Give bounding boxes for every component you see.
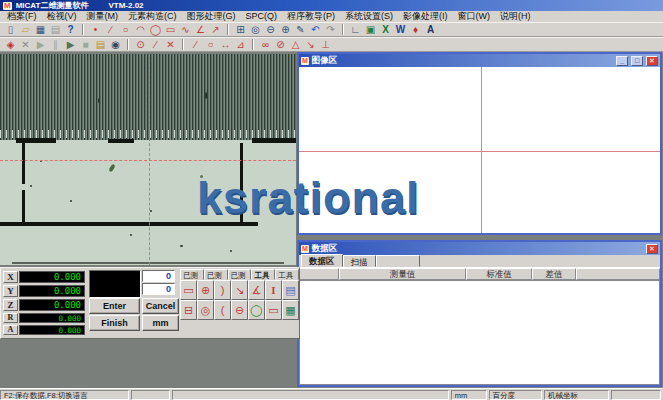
angle-icon[interactable]: ∠	[193, 23, 208, 36]
grid-arc-left-icon[interactable]: (	[214, 300, 231, 320]
axis-label[interactable]: A	[3, 325, 18, 335]
measure-distance-icon[interactable]: ↔	[218, 38, 233, 51]
data-tab-blank[interactable]	[376, 255, 420, 267]
menu-construct[interactable]: 元素构造(C)	[123, 11, 182, 22]
grid-angle-icon[interactable]: ∡	[248, 280, 265, 300]
zoom-dynamic-icon[interactable]: ◎	[248, 23, 263, 36]
data-tab-data[interactable]: 数据区	[301, 254, 343, 267]
grid-slot-icon[interactable]: ⊖	[231, 300, 248, 320]
menu-bar: 档案(F)检视(V)测量(M)元素构造(C)图形处理(G)SPC(Q)程序教导(…	[0, 11, 663, 22]
zoom-window-icon[interactable]: ⊞	[233, 23, 248, 36]
grid-arrow-icon[interactable]: ↘	[231, 280, 248, 300]
new-icon[interactable]: ▯	[3, 23, 18, 36]
grid-printer-icon[interactable]: ▤	[282, 280, 299, 300]
report-icon[interactable]: ♦	[408, 23, 423, 36]
text-label-icon[interactable]: A	[423, 23, 438, 36]
grid-arc-right-icon[interactable]: )	[214, 280, 231, 300]
help-icon[interactable]: ?	[63, 23, 78, 36]
tab-tools-1[interactable]: 工具1	[251, 269, 275, 280]
point-icon[interactable]: •	[88, 23, 103, 36]
profile-icon[interactable]: ∟	[348, 23, 363, 36]
grid-ring-icon[interactable]: ◯	[248, 300, 265, 320]
data-tab-scan[interactable]: 扫描	[343, 255, 376, 267]
measure-circle-icon[interactable]: ○	[203, 38, 218, 51]
finish-button[interactable]: Finish	[89, 315, 140, 331]
menu-graphics[interactable]: 图形处理(G)	[182, 11, 241, 22]
spline-icon[interactable]: ∿	[178, 23, 193, 36]
measure-line-icon[interactable]: ∕	[188, 38, 203, 51]
axis-label[interactable]: Y	[3, 285, 18, 297]
menu-window[interactable]: 窗口(W)	[453, 11, 496, 22]
menu-measure[interactable]: 测量(M)	[82, 11, 124, 22]
vector-icon[interactable]: ↘	[303, 38, 318, 51]
undo-icon[interactable]: ↶	[308, 23, 323, 36]
save-icon[interactable]: ▦	[33, 23, 48, 36]
menu-view[interactable]: 检视(V)	[42, 11, 82, 22]
play-icon[interactable]: ▶	[33, 38, 48, 51]
menu-imageproc[interactable]: 影像处理(I)	[398, 11, 453, 22]
pause-icon[interactable]: ∥	[48, 38, 63, 51]
grid-calculator-icon[interactable]: ▦	[282, 300, 299, 320]
menu-system[interactable]: 系统设置(S)	[340, 11, 398, 22]
unit-button[interactable]: mm	[142, 315, 179, 331]
folder-icon[interactable]: ▤	[93, 38, 108, 51]
toolbar-separator	[227, 24, 229, 35]
menu-help[interactable]: 说明(H)	[495, 11, 536, 22]
grid-rect-icon[interactable]: ▭	[180, 280, 197, 300]
enter-button[interactable]: Enter	[89, 298, 140, 314]
axis-label[interactable]: X	[3, 271, 18, 283]
datum-icon[interactable]: ⊥	[318, 38, 333, 51]
axis-label[interactable]: Z	[3, 299, 18, 311]
data-area-window: M 数据区 ✕ 数据区扫描 测量值标准值差值	[297, 240, 662, 387]
redo-icon[interactable]: ↷	[323, 23, 338, 36]
grid-rect2-icon[interactable]: ▭	[265, 300, 282, 320]
element-line-icon[interactable]: ∕	[148, 38, 163, 51]
word-icon[interactable]: W	[393, 23, 408, 36]
crosshair-icon[interactable]: ✕	[18, 38, 33, 51]
grid-concentric-icon[interactable]: ◎	[197, 300, 214, 320]
close-button[interactable]: ✕	[646, 56, 658, 66]
run-icon[interactable]: ▶	[63, 38, 78, 51]
menu-file[interactable]: 档案(F)	[2, 11, 42, 22]
element-point-icon[interactable]: ⊙	[133, 38, 148, 51]
maximize-button[interactable]: □	[631, 56, 643, 66]
axis-label[interactable]: R	[3, 313, 18, 323]
open-icon[interactable]: ▱	[18, 23, 33, 36]
minimize-button[interactable]: _	[616, 56, 628, 66]
capture-icon[interactable]: ◈	[3, 38, 18, 51]
stop-icon[interactable]: ■	[78, 38, 93, 51]
excel-icon[interactable]: X	[378, 23, 393, 36]
menu-spc[interactable]: SPC(Q)	[241, 11, 283, 22]
speck	[108, 164, 115, 173]
measure-angle-icon[interactable]: ⊿	[233, 38, 248, 51]
distance-circles-icon[interactable]: ∞	[258, 38, 273, 51]
arc-icon[interactable]: ◠	[133, 23, 148, 36]
camera-image-view[interactable]	[0, 54, 296, 265]
zoom-out-icon[interactable]: ⊖	[263, 23, 278, 36]
tab-measured-2[interactable]: 已测2	[204, 269, 228, 280]
tab-measured-1[interactable]: 已测1	[180, 269, 204, 280]
data-table-body[interactable]	[299, 280, 660, 385]
cancel-button[interactable]: Cancel	[142, 298, 179, 314]
tab-measured-3[interactable]: 已测3	[228, 269, 252, 280]
triangle-icon[interactable]: △	[288, 38, 303, 51]
ellipse-icon[interactable]: ◯	[148, 23, 163, 36]
menu-teach[interactable]: 程序教导(P)	[282, 11, 340, 22]
globe-icon[interactable]: ◉	[108, 38, 123, 51]
close-button[interactable]: ✕	[646, 244, 658, 254]
edit-icon[interactable]: ✎	[293, 23, 308, 36]
pick-arrow-icon[interactable]: ↗	[208, 23, 223, 36]
rectangle-icon[interactable]: ▭	[163, 23, 178, 36]
toolbar-measure: ◈✕▶∥▶■▤◉⊙∕✕∕○↔⊿∞⊘△↘⊥	[0, 37, 663, 52]
tangent-icon[interactable]: ⊘	[273, 38, 288, 51]
zoom-in-icon[interactable]: ⊕	[278, 23, 293, 36]
image-export-icon[interactable]: ▣	[363, 23, 378, 36]
print-icon[interactable]: ▤	[48, 23, 63, 36]
line-icon[interactable]: ∕	[103, 23, 118, 36]
grid-height-icon[interactable]: I	[265, 280, 282, 300]
element-delete-icon[interactable]: ✕	[163, 38, 178, 51]
grid-circle-center-icon[interactable]: ⊕	[197, 280, 214, 300]
tab-tools-2[interactable]: 工具2	[275, 269, 299, 280]
circle-icon[interactable]: ○	[118, 23, 133, 36]
grid-rect-center-icon[interactable]: ⊟	[180, 300, 197, 320]
